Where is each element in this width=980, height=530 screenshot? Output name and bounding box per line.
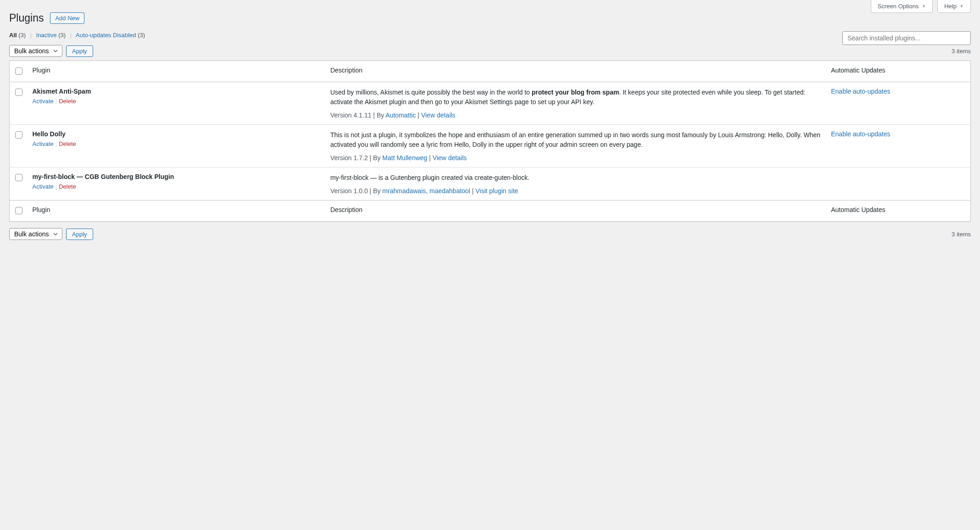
filter-all[interactable]: All	[9, 32, 17, 39]
plugin-description: Used by millions, Akismet is quite possi…	[330, 88, 822, 107]
column-plugin-footer: Plugin	[28, 201, 326, 222]
plugins-table: Plugin Description Automatic Updates Aki…	[9, 61, 971, 222]
plugin-name: my-first-block — CGB Gutenberg Block Plu…	[33, 173, 321, 180]
help-button[interactable]: Help ▼	[937, 0, 971, 13]
plugin-description: This is not just a plugin, it symbolizes…	[330, 130, 822, 150]
plugin-author-link[interactable]: Matt Mullenweg	[382, 154, 427, 162]
plugin-details-link[interactable]: View details	[421, 112, 455, 119]
filter-inactive[interactable]: Inactive	[36, 32, 57, 39]
plugin-details-link[interactable]: View details	[433, 154, 467, 162]
plugin-status-filters: All (3) | Inactive (3) | Auto-updates Di…	[9, 32, 971, 39]
column-description: Description	[326, 61, 826, 82]
search-input[interactable]	[842, 31, 971, 45]
apply-button-bottom[interactable]: Apply	[66, 229, 93, 240]
chevron-down-icon: ▼	[921, 4, 926, 9]
page-title: Plugins	[9, 12, 44, 24]
delete-link[interactable]: Delete	[59, 140, 76, 147]
items-count-bottom: 3 items	[952, 231, 971, 238]
plugin-meta: Version 4.1.11 | By Automattic | View de…	[330, 112, 822, 119]
plugin-meta: Version 1.0.0 | By mrahmadawais, maedahb…	[330, 187, 822, 195]
help-label: Help	[944, 3, 957, 10]
plugin-name: Hello Dolly	[33, 130, 321, 138]
bulk-actions-select-top[interactable]: Bulk actions	[9, 45, 62, 57]
row-checkbox[interactable]	[15, 131, 22, 139]
plugin-author-link[interactable]: Automattic	[385, 112, 416, 119]
bulk-actions-select-bottom[interactable]: Bulk actions	[9, 228, 62, 240]
chevron-down-icon: ▼	[959, 4, 964, 9]
column-auto-updates: Automatic Updates	[826, 61, 970, 82]
filter-auto-updates-disabled[interactable]: Auto-updates Disabled	[76, 32, 136, 39]
delete-link[interactable]: Delete	[59, 98, 76, 105]
activate-link[interactable]: Activate	[33, 183, 54, 190]
row-checkbox[interactable]	[15, 174, 22, 181]
delete-link[interactable]: Delete	[59, 183, 76, 190]
apply-button-top[interactable]: Apply	[66, 45, 93, 57]
items-count-top: 3 items	[952, 48, 971, 55]
select-all-top[interactable]	[15, 67, 22, 75]
row-checkbox[interactable]	[15, 89, 22, 96]
plugin-name: Akismet Anti-Spam	[33, 88, 321, 95]
enable-auto-updates-link[interactable]: Enable auto-updates	[831, 88, 890, 95]
column-description-footer: Description	[326, 201, 826, 222]
screen-options-label: Screen Options	[878, 3, 919, 10]
activate-link[interactable]: Activate	[33, 98, 54, 105]
add-new-button[interactable]: Add New	[50, 12, 84, 24]
table-row: Hello DollyActivate|DeleteThis is not ju…	[10, 125, 971, 167]
plugin-meta: Version 1.7.2 | By Matt Mullenweg | View…	[330, 154, 822, 162]
column-plugin: Plugin	[28, 61, 326, 82]
table-row: Akismet Anti-SpamActivate|DeleteUsed by …	[10, 82, 971, 125]
select-all-bottom[interactable]	[15, 207, 22, 214]
plugin-description: my-first-block — is a Gutenberg plugin c…	[330, 173, 822, 183]
plugin-details-link[interactable]: Visit plugin site	[475, 187, 518, 195]
plugin-author-link[interactable]: mrahmadawais, maedahbatool	[382, 187, 470, 195]
screen-options-button[interactable]: Screen Options ▼	[871, 0, 933, 13]
activate-link[interactable]: Activate	[33, 140, 54, 147]
table-row: my-first-block — CGB Gutenberg Block Plu…	[10, 167, 971, 201]
column-auto-updates-footer: Automatic Updates	[826, 201, 970, 222]
enable-auto-updates-link[interactable]: Enable auto-updates	[831, 130, 890, 138]
